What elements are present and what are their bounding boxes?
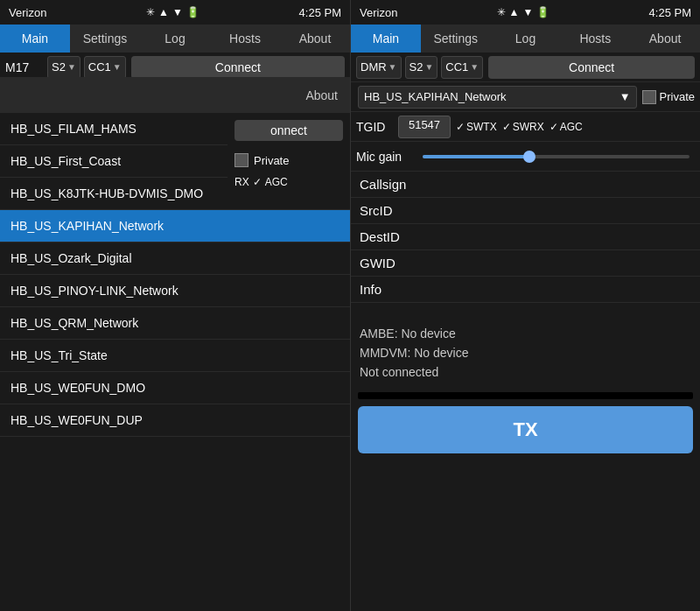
private-label-right: Private (660, 90, 695, 103)
slider-track-right[interactable] (423, 155, 690, 158)
gwid-row: GWID (351, 250, 700, 277)
left-panel: Verizon ✳ ▲ ▼ 🔋 4:25 PM Main Settings Lo… (0, 0, 350, 611)
srcid-row: SrcID (351, 198, 700, 224)
connection-status: Not connected (360, 362, 691, 382)
options-right: ✓ SWTX ✓ SWRX ✓ AGC (456, 121, 583, 133)
status-bar-right: Verizon ✳ ▲ ▼ 🔋 4:25 PM (351, 0, 700, 25)
overlay-options-row: RX ✓ AGC (228, 172, 350, 192)
tab-main-right[interactable]: Main (351, 25, 421, 53)
tgid-label: TGID (356, 120, 398, 134)
connect-button-right[interactable]: Connect (488, 56, 695, 79)
tab-settings-left[interactable]: Settings (70, 25, 140, 53)
info-row: Info (351, 277, 700, 303)
cc1-dropdown-right[interactable]: CC1 ▼ (441, 56, 483, 79)
time-left: 4:25 PM (299, 6, 341, 19)
mode-label-left: M17 (5, 60, 47, 74)
network-dropdown-right[interactable]: HB_US_KAPIHAN_Network ▼ (358, 86, 637, 109)
tab-hosts-right[interactable]: Hosts (560, 25, 630, 53)
s2-dropdown-right[interactable]: S2 ▼ (405, 56, 438, 79)
private-section-right: Private (642, 90, 695, 104)
mic-gain-label: Mic gain (356, 150, 417, 164)
tx-button[interactable]: TX (358, 406, 693, 453)
battery-icon-r: 🔋 (536, 6, 550, 18)
slider-thumb-right[interactable] (523, 151, 536, 163)
swrx-check-right[interactable]: ✓ (502, 121, 511, 133)
overlay-private-check[interactable] (234, 153, 248, 167)
srcid-label: SrcID (360, 203, 393, 218)
s2-arrow: ▼ (67, 62, 76, 72)
signal-icon-r: ▲ (509, 6, 520, 18)
mic-gain-row: Mic gain (351, 142, 700, 172)
wifi-icon: ▼ (172, 6, 183, 18)
dropdown-item-7[interactable]: HB_US_Tri_State (0, 340, 350, 372)
content-left: M17 S2 ▼ CC1 ▼ Connect YSF KAPIHAN_Netwo… (0, 53, 350, 611)
right-panel: Verizon ✳ ▲ ▼ 🔋 4:25 PM Main Settings Lo… (350, 0, 700, 611)
private-checkbox-right[interactable] (642, 90, 656, 104)
dropdown-item-5[interactable]: HB_US_PINOY-LINK_Network (0, 275, 350, 307)
swtx-label-right: SWTX (466, 121, 497, 133)
carrier-right: Verizon (360, 6, 397, 19)
overlay-agc-label: AGC (265, 176, 288, 188)
progress-bar (358, 392, 693, 399)
gwid-label: GWID (360, 256, 396, 270)
tab-about-left[interactable]: About (280, 25, 350, 53)
overlay-header-left: About (0, 77, 350, 113)
tab-hosts-left[interactable]: Hosts (210, 25, 280, 53)
status-icons-right: ✳ ▲ ▼ 🔋 (497, 6, 550, 18)
agc-opt-right: ✓ AGC (550, 121, 583, 133)
network-row-right: HB_US_KAPIHAN_Network ▼ Private (351, 82, 700, 112)
dropdown-item-4[interactable]: HB_US_Ozark_Digital (0, 242, 350, 275)
tab-main-left[interactable]: Main (0, 25, 70, 53)
tgid-input-right[interactable]: 51547 (398, 116, 451, 138)
cc1-arrow-r: ▼ (470, 62, 479, 72)
bluetooth-icon: ✳ (146, 6, 155, 18)
swtx-check-right[interactable]: ✓ (456, 121, 465, 133)
spacer (351, 303, 700, 317)
status-bar-left: Verizon ✳ ▲ ▼ 🔋 4:25 PM (0, 0, 350, 25)
dmr-dropdown-right[interactable]: DMR ▼ (356, 56, 402, 79)
cc1-dropdown-left[interactable]: CC1 ▼ (84, 56, 126, 79)
callsign-label: Callsign (360, 177, 406, 192)
status-section: AMBE: No device MMDVM: No device Not con… (351, 317, 700, 389)
cc1-arrow: ▼ (113, 62, 122, 72)
carrier-left: Verizon (9, 6, 46, 19)
tab-settings-right[interactable]: Settings (421, 25, 491, 53)
connect-button-left[interactable]: Connect (131, 56, 345, 79)
tab-bar-left: Main Settings Log Hosts About (0, 25, 350, 53)
agc-label-right: AGC (560, 121, 583, 133)
battery-icon: 🔋 (186, 6, 200, 18)
network-value-right: HB_US_KAPIHAN_Network (364, 90, 507, 103)
mmdvm-status: MMDVM: No device (360, 343, 691, 362)
destid-row: DestID (351, 224, 700, 250)
overlay-agc-check[interactable]: ✓ (253, 176, 262, 188)
overlay-private-row: Private (228, 148, 350, 172)
dmr-arrow: ▼ (388, 62, 397, 72)
slider-fill-right (423, 155, 529, 158)
bluetooth-icon-r: ✳ (497, 6, 506, 18)
overlay-about-tab[interactable]: About (298, 81, 345, 109)
dropdown-item-9[interactable]: HB_US_WE0FUN_DUP (0, 404, 350, 437)
overlay-rx-label: RX (234, 176, 249, 188)
dropdown-overlay-left: About HB_US_FILAM_HAMS HB_US_First_Coast… (0, 77, 350, 611)
swrx-label-right: SWRX (513, 121, 544, 133)
overlay-right-connect: onnect Private RX ✓ AGC (228, 113, 350, 192)
tgid-row-right: TGID 51547 ✓ SWTX ✓ SWRX ✓ AGC (351, 112, 700, 142)
overlay-connect-row: onnect (228, 113, 350, 148)
tab-log-left[interactable]: Log (140, 25, 210, 53)
network-arrow-right: ▼ (620, 90, 631, 103)
overlay-connect-btn[interactable]: onnect (234, 120, 343, 141)
ambe-status: AMBE: No device (360, 324, 691, 343)
tab-bar-right: Main Settings Log Hosts About (351, 25, 700, 53)
s2-arrow-r: ▼ (424, 62, 433, 72)
s2-dropdown-left[interactable]: S2 ▼ (47, 56, 80, 79)
dropdown-item-3[interactable]: HB_US_KAPIHAN_Network (0, 210, 350, 242)
destid-label: DestID (360, 229, 400, 244)
tab-about-right[interactable]: About (630, 25, 700, 53)
info-label: Info (360, 282, 382, 297)
dropdown-item-8[interactable]: HB_US_WE0FUN_DMO (0, 372, 350, 404)
content-right: DMR ▼ S2 ▼ CC1 ▼ Connect HB_US_KAPIHAN_N… (351, 53, 700, 611)
mode-row-right: DMR ▼ S2 ▼ CC1 ▼ Connect (351, 53, 700, 82)
dropdown-item-6[interactable]: HB_US_QRM_Network (0, 307, 350, 340)
tab-log-right[interactable]: Log (491, 25, 561, 53)
agc-check-right[interactable]: ✓ (550, 121, 558, 133)
